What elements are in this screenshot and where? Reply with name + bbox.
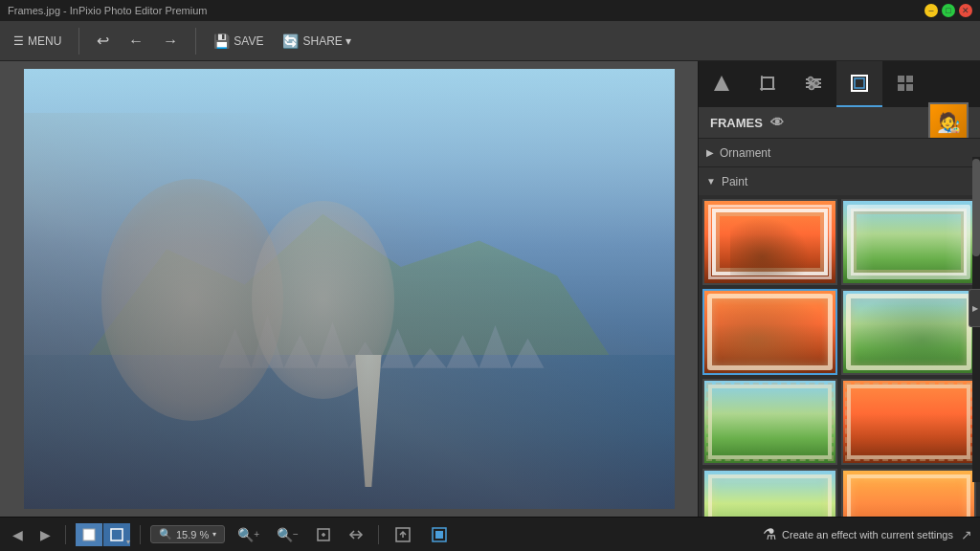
export-up-icon [393, 525, 412, 544]
share-icon: 🔄 [282, 33, 299, 49]
forward-button[interactable]: → [157, 29, 184, 54]
nav-prev-button[interactable]: ◀ [8, 524, 28, 545]
image-tool-group: ▾ [76, 523, 130, 546]
share-label: SHARE ▾ [302, 34, 351, 48]
svg-point-9 [810, 85, 814, 90]
titlebar-controls: – □ ✕ [924, 4, 972, 17]
status-divider-3 [378, 525, 379, 544]
paint-arrow: ▼ [706, 176, 716, 187]
nav-next-icon: ▶ [40, 527, 51, 542]
photo-canvas [24, 69, 675, 509]
zoom-in-button[interactable]: 🔍+ [233, 524, 264, 545]
photo-background [24, 69, 675, 509]
svg-rect-25 [435, 531, 443, 539]
zoom-display: 🔍 15.9 % ▾ [150, 525, 225, 543]
frames-label: FRAMES [710, 116, 763, 130]
zoom-out-minus: − [293, 529, 299, 540]
panel-expand-handle[interactable]: ▶ [969, 289, 980, 327]
filter-icon [712, 74, 731, 93]
ornament-arrow: ▶ [706, 147, 714, 158]
frame-thumb-1[interactable] [702, 199, 837, 285]
panel-icon-bar [699, 61, 980, 107]
svg-point-8 [814, 81, 819, 86]
actual-size-button[interactable] [344, 524, 368, 545]
svg-rect-11 [855, 78, 864, 88]
status-divider-2 [140, 525, 141, 544]
minimize-button[interactable]: – [924, 4, 938, 17]
adjust-icon [804, 74, 823, 93]
undo-button[interactable]: ↩ [91, 28, 115, 54]
menu-button[interactable]: ☰ MENU [8, 31, 67, 52]
ornament-category[interactable]: ▶ Ornament [699, 138, 980, 166]
toolbar-divider-1 [78, 28, 79, 55]
frame-thumb-7[interactable] [702, 469, 837, 517]
frames-icon [850, 74, 869, 93]
save-button[interactable]: 💾 SAVE [208, 30, 269, 53]
frame-thumb-6[interactable] [841, 379, 976, 465]
photo-overlay [24, 69, 675, 509]
svg-rect-12 [898, 76, 904, 82]
export-box-button[interactable] [425, 522, 454, 547]
back-icon: ← [128, 33, 144, 50]
zoom-in-icon: 🔍 [237, 527, 254, 542]
zoom-out-button[interactable]: 🔍− [272, 524, 303, 545]
status-divider-1 [65, 525, 66, 544]
save-label: SAVE [234, 34, 263, 48]
frame-thumb-5[interactable] [702, 379, 837, 465]
frames-header: FRAMES 👁 🧑‍🎨 [699, 107, 980, 138]
eye-icon: 👁 [770, 115, 784, 130]
frame-thumb-4[interactable] [841, 289, 976, 375]
undo-icon: ↩ [97, 32, 109, 50]
toolbar-divider-2 [195, 28, 196, 55]
export-box-icon [430, 525, 449, 544]
image-tool-btn-1[interactable] [76, 523, 102, 546]
filter-tool-button[interactable] [699, 61, 745, 107]
zoom-icon: 🔍 [159, 528, 172, 540]
svg-rect-14 [898, 84, 904, 91]
frame-thumb-2[interactable] [841, 199, 976, 285]
hamburger-icon: ☰ [13, 34, 24, 48]
window-title: Frames.jpg - InPixio Photo Editor Premiu… [8, 5, 207, 16]
frame-thumb-3[interactable] [702, 289, 837, 375]
zoom-value: 15.9 % [176, 529, 209, 540]
frames-tool-button[interactable] [836, 61, 882, 107]
create-effect-button[interactable]: ⚗ Create an Create an effect with curren… [763, 525, 953, 543]
statusbar: ◀ ▶ ▾ 🔍 15.9 % ▾ 🔍+ 🔍− [0, 517, 980, 551]
paint-label: Paint [722, 175, 747, 188]
svg-rect-16 [83, 529, 95, 540]
ornament-label: Ornament [720, 146, 770, 160]
back-button[interactable]: ← [122, 29, 149, 54]
frames-grid [699, 195, 980, 517]
share-button[interactable]: 🔄 SHARE ▾ [277, 30, 357, 53]
nav-next-button[interactable]: ▶ [35, 524, 56, 545]
menu-label: MENU [28, 34, 61, 48]
status-right: ⚗ Create an Create an effect with curren… [763, 525, 972, 543]
image-tool-icon-1 [81, 527, 97, 542]
crop-icon [758, 74, 777, 93]
adjust-tool-button[interactable] [791, 61, 836, 107]
image-tool-icon-2 [109, 527, 124, 542]
svg-point-7 [809, 77, 813, 82]
paint-category[interactable]: ▼ Paint [699, 166, 980, 195]
main-layout: FRAMES 👁 🧑‍🎨 ▶ Ornament ▼ Paint [0, 61, 980, 517]
flask-icon: ⚗ [763, 525, 776, 543]
maximize-button[interactable]: □ [942, 4, 955, 17]
close-button[interactable]: ✕ [959, 4, 972, 17]
nav-prev-icon: ◀ [12, 527, 23, 542]
dropdown-arrow-icon: ▾ [126, 538, 130, 546]
panel-scrollbar-thumb[interactable] [972, 159, 980, 256]
crop-tool-button[interactable] [745, 61, 791, 107]
forward-icon: → [163, 33, 178, 50]
zoom-in-plus: + [254, 529, 259, 540]
image-tool-btn-2[interactable]: ▾ [103, 523, 130, 546]
fit-button[interactable] [311, 524, 336, 545]
right-panel: FRAMES 👁 🧑‍🎨 ▶ Ornament ▼ Paint [698, 61, 980, 517]
svg-rect-13 [906, 76, 913, 82]
actual-size-icon [348, 527, 364, 542]
frame-thumb-8[interactable] [841, 469, 976, 517]
zoom-out-icon: 🔍 [277, 527, 293, 542]
export-up-button[interactable] [389, 522, 417, 547]
texture-tool-button[interactable] [882, 61, 928, 107]
svg-rect-15 [906, 84, 913, 91]
titlebar: Frames.jpg - InPixio Photo Editor Premiu… [0, 0, 980, 21]
